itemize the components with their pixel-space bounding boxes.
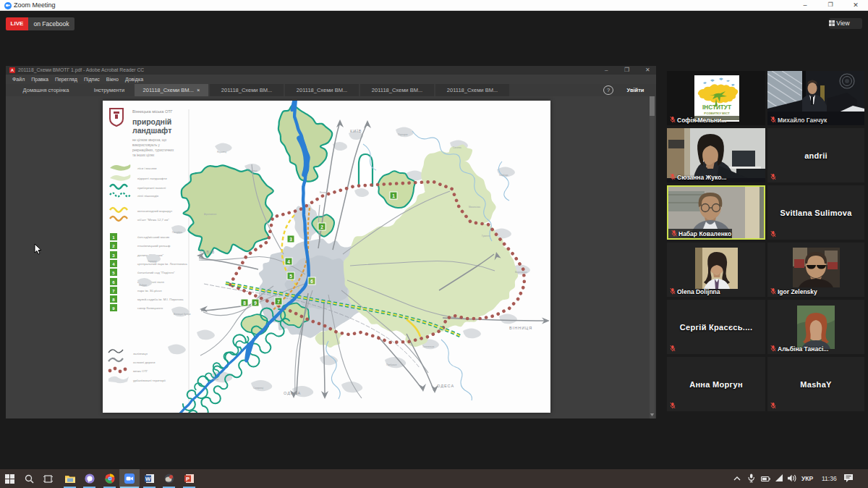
svg-text:ВІННИЦЯ: ВІННИЦЯ <box>509 326 532 330</box>
svg-text:ліси і масиви: ліси і масиви <box>137 167 157 170</box>
svg-text:КИЇВ: КИЇВ <box>350 129 362 133</box>
svg-text:лінії пішоходів: лінії пішоходів <box>137 194 159 198</box>
svg-text:ОДЕСА: ОДЕСА <box>284 391 301 395</box>
svg-text:Велике: Велике <box>320 191 327 194</box>
svg-text:P: P <box>186 476 190 482</box>
svg-text:птахівницький рельєф: птахівницький рельєф <box>137 244 171 248</box>
svg-text:2: 2 <box>320 224 323 230</box>
svg-text:Вороновиця: Вороновиця <box>515 271 527 274</box>
svg-text:7: 7 <box>277 299 280 304</box>
svg-text:Переорки: Переорки <box>398 133 408 136</box>
svg-text:ЛЬВІВ: ЛЬВІВ <box>200 250 215 254</box>
svg-text:Гуменне: Гуменне <box>482 235 490 237</box>
svg-text:W: W <box>145 476 151 482</box>
svg-text:парк ім. 30-річчя: парк ім. 30-річчя <box>137 289 162 293</box>
svg-text:Сосонка: Сосонка <box>453 146 461 149</box>
svg-text:ботанічний сад "Поділля": ботанічний сад "Поділля" <box>137 271 175 274</box>
svg-text:урбанізовані території: урбанізовані території <box>133 379 166 382</box>
svg-text:Миколаївка: Миколаївка <box>469 206 480 209</box>
svg-text:1: 1 <box>392 193 395 198</box>
svg-text:ІНСТИТУТ: ІНСТИТУТ <box>702 104 731 111</box>
svg-text:ОДЕСА: ОДЕСА <box>437 384 454 388</box>
svg-text:велосипедний маршрут: велосипедний маршрут <box>137 209 172 213</box>
svg-text:Телепеньки: Телепеньки <box>422 345 434 348</box>
svg-text:Щітки: Щітки <box>213 378 218 381</box>
svg-text:Писарівка: Писарівка <box>172 231 182 234</box>
svg-text:Зарванці: Зарванці <box>148 260 157 263</box>
svg-text:5: 5 <box>289 274 292 279</box>
svg-text:4: 4 <box>287 259 290 264</box>
svg-text:9: 9 <box>254 300 257 306</box>
svg-text:не цілком зверхза, що: не цілком зверхза, що <box>132 138 166 142</box>
svg-text:Якушинці: Якушинці <box>217 151 226 153</box>
svg-text:природній: природній <box>132 117 171 126</box>
svg-text:сквер Козицького: сквер Козицького <box>137 306 163 310</box>
svg-text:рекреаційних, туристичних: рекреаційних, туристичних <box>132 148 174 152</box>
svg-text:Майдан: Майдан <box>139 284 147 287</box>
svg-text:музей-садиба ім. М.І. Пирогова: музей-садиба ім. М.І. Пирогова <box>137 298 184 301</box>
svg-text:ботсад/міський масив: ботсад/міський масив <box>137 235 170 239</box>
svg-text:та інших цілях: та інших цілях <box>132 153 155 157</box>
svg-text:ландшафт: ландшафт <box>132 126 171 135</box>
svg-text:РОЗВИТКУ МІСТ: РОЗВИТКУ МІСТ <box>704 112 730 115</box>
svg-text:об'єкт "Межа 12,7 км": об'єкт "Межа 12,7 км" <box>137 218 169 222</box>
svg-text:Стадниця: Стадниця <box>247 169 258 172</box>
svg-text:використовують у: використовують у <box>132 143 160 147</box>
svg-text:8: 8 <box>243 300 246 306</box>
svg-text:Вінницька міська ОТГ: Вінницька міська ОТГ <box>132 109 173 114</box>
svg-text:6: 6 <box>310 279 313 284</box>
svg-text:відкриті ландшафти: відкриті ландшафти <box>137 177 167 180</box>
svg-text:Агрономічне: Агрономічне <box>204 213 217 216</box>
svg-text:Сокиринці: Сокиринці <box>253 387 264 390</box>
svg-text:прибережні захисні: прибережні захисні <box>137 186 166 190</box>
svg-text:Вінницькі Хутори: Вінницькі Хутори <box>174 313 191 316</box>
svg-text:Слобода: Слобода <box>499 174 509 177</box>
svg-text:Прибузьке: Прибузьке <box>386 363 397 366</box>
svg-text:залізниця: залізниця <box>133 352 148 356</box>
svg-text:центральний парк ім. Леонтович: центральний парк ім. Леонтовича <box>137 262 187 266</box>
svg-text:межа ОТГ: межа ОТГ <box>133 369 148 373</box>
svg-text:основні дороги: основні дороги <box>133 361 156 364</box>
svg-text:3: 3 <box>289 237 292 242</box>
